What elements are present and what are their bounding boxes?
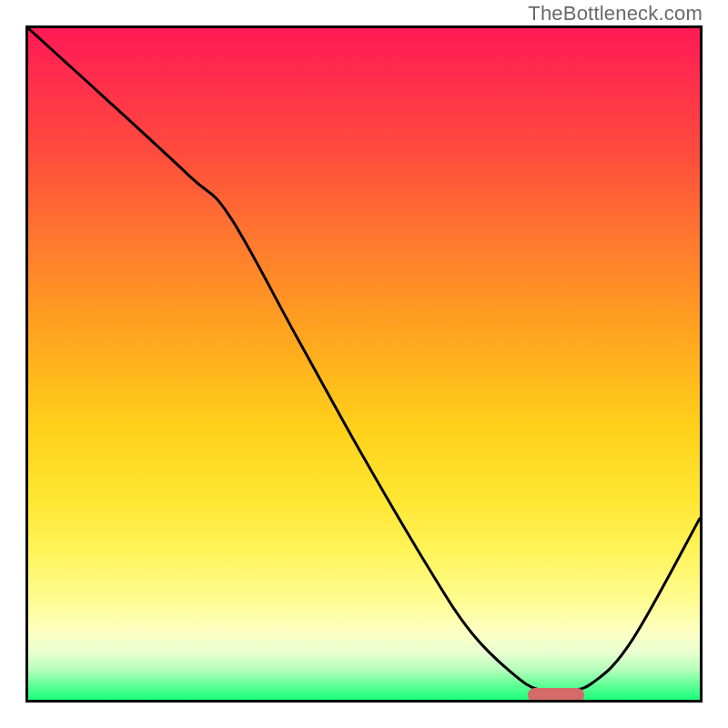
watermark-label: TheBottleneck.com bbox=[528, 2, 703, 25]
chart-canvas: TheBottleneck.com bbox=[0, 0, 728, 728]
optimal-marker bbox=[528, 688, 584, 703]
bottleneck-curve bbox=[28, 28, 700, 700]
plot-area bbox=[25, 25, 703, 703]
